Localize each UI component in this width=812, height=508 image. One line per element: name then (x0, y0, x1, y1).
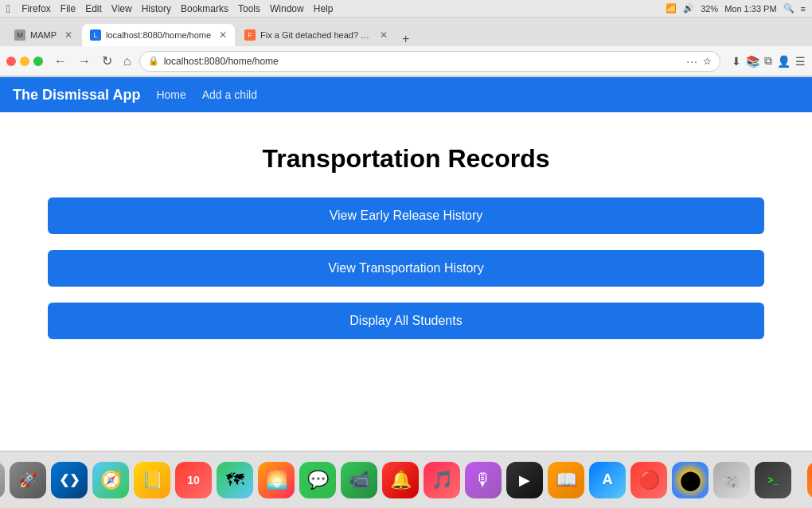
bookmark-star-icon[interactable]: ☆ (703, 56, 712, 67)
dock-appstore-icon[interactable]: A (589, 462, 626, 498)
hamburger-menu-icon[interactable]: ☰ (795, 55, 806, 68)
menu-help[interactable]: Help (314, 3, 334, 14)
clock: Mon 1:33 PM (724, 4, 776, 14)
wifi-icon: 📶 (666, 3, 677, 14)
window-controls (6, 57, 43, 66)
refresh-button[interactable]: ↻ (99, 52, 115, 70)
minimize-window-btn[interactable] (20, 57, 29, 66)
tab2-favicon: L (90, 29, 101, 41)
account-icon[interactable]: 👤 (777, 55, 791, 68)
menu-firefox[interactable]: Firefox (21, 3, 51, 14)
dock-safari-icon[interactable]: 🧭 (92, 462, 129, 498)
tab1-close[interactable]: ✕ (64, 29, 72, 41)
forward-button[interactable]: → (75, 53, 94, 70)
menu-bar: Firefox File Edit View History Bookmarks… (21, 3, 333, 14)
dock-notes-icon[interactable]: 📒 (134, 462, 170, 498)
dock-messages-icon[interactable]: 💬 (299, 462, 336, 498)
app-navbar: The Dismissal App Home Add a child (0, 77, 812, 112)
dock-calendar-icon[interactable]: 10 (175, 462, 212, 498)
title-bar-left:  Firefox File Edit View History Bookmar… (6, 2, 333, 15)
dock-vscode-icon[interactable]: ❮❯ (51, 462, 88, 498)
dock-books-icon[interactable]: 📖 (548, 462, 584, 498)
volume-icon: 🔊 (683, 3, 694, 14)
title-bar:  Firefox File Edit View History Bookmar… (0, 0, 812, 18)
address-options[interactable]: ··· (686, 55, 698, 68)
menu-bookmarks[interactable]: Bookmarks (181, 3, 228, 14)
apple-menu[interactable]:  (6, 2, 10, 15)
back-button[interactable]: ← (51, 53, 70, 70)
tab1-favicon: M (14, 29, 25, 41)
menu-view[interactable]: View (111, 3, 132, 14)
tab2-title: localhost:8080/home/home (106, 30, 211, 40)
menu-edit[interactable]: Edit (85, 3, 102, 14)
battery-label: 32% (701, 4, 718, 14)
dock: 🔵 🚀 🚀 ❮❯ 🧭 📒 10 🗺 🌅 💬 📹 🔔 🎵 🎙 ▶ 📖 A 🔴 ⬤ … (0, 451, 812, 508)
bookmarks-shelf-icon[interactable]: 📚 (746, 55, 759, 68)
search-icon[interactable]: 🔍 (783, 3, 794, 14)
dock-facetime-icon[interactable]: 📹 (341, 462, 377, 498)
tab2-close[interactable]: ✕ (219, 29, 227, 41)
close-window-btn[interactable] (6, 57, 16, 66)
dock-badge-icon[interactable]: 🔴 (630, 462, 667, 498)
browser-tab-1[interactable]: M MAMP ✕ (6, 24, 80, 46)
display-all-students-button[interactable]: Display All Students (48, 303, 764, 339)
tab3-title: Fix a Git detached head? - Sta... (260, 30, 372, 40)
maximize-window-btn[interactable] (33, 57, 43, 66)
dock-maps-icon[interactable]: 🗺 (217, 462, 253, 498)
tab3-favicon: F (244, 29, 256, 41)
menu-window[interactable]: Window (270, 3, 304, 14)
toolbar-right: ⬇ 📚 ⧉ 👤 ☰ (732, 54, 806, 68)
nav-link-add-child[interactable]: Add a child (202, 88, 257, 101)
dock-chrome-icon[interactable]: ⬤ (672, 462, 709, 498)
menu-file[interactable]: File (61, 3, 76, 14)
address-bar[interactable]: 🔒 localhost:8080/home/home ··· ☆ (139, 51, 720, 72)
page-title: Transportation Records (48, 144, 764, 174)
dock-elephant-icon[interactable]: 🐘 (713, 462, 750, 498)
dock-music-icon[interactable]: 🎵 (424, 462, 460, 498)
browser-tab-2[interactable]: L localhost:8080/home/home ✕ (82, 24, 235, 46)
menu-tools[interactable]: Tools (238, 3, 260, 14)
dock-appletv-icon[interactable]: ▶ (506, 462, 543, 498)
dock-photos-icon[interactable]: 🌅 (258, 462, 295, 498)
tab-bar: M MAMP ✕ L localhost:8080/home/home ✕ F … (0, 18, 812, 46)
browser-tab-3[interactable]: F Fix a Git detached head? - Sta... ✕ (236, 24, 396, 46)
dock-notification-icon[interactable]: 🔔 (382, 462, 419, 498)
new-tab-button[interactable]: + (397, 32, 414, 46)
nav-bar: ← → ↻ ⌂ 🔒 localhost:8080/home/home ··· ☆… (0, 46, 812, 76)
app-brand-link[interactable]: The Dismissal App (13, 87, 140, 104)
dock-rocketship-icon[interactable]: 🚀 (10, 462, 46, 498)
tab1-title: MAMP (30, 30, 57, 40)
url-display: localhost:8080/home/home (164, 56, 682, 67)
tab3-close[interactable]: ✕ (380, 29, 388, 41)
menu-history[interactable]: History (142, 3, 171, 14)
home-button[interactable]: ⌂ (120, 53, 135, 70)
view-early-release-button[interactable]: View Early Release History (48, 197, 764, 234)
dock-iterm-icon[interactable]: >_ (755, 462, 791, 498)
browser-chrome: M MAMP ✕ L localhost:8080/home/home ✕ F … (0, 18, 812, 77)
lock-icon: 🔒 (148, 56, 159, 66)
main-content: Transportation Records View Early Releas… (0, 112, 812, 371)
tab-sync-icon[interactable]: ⧉ (764, 54, 772, 68)
nav-link-home[interactable]: Home (156, 88, 185, 101)
control-center-icon[interactable]: ≡ (801, 4, 806, 14)
downloads-icon[interactable]: ⬇ (732, 55, 741, 68)
dock-launchpad-icon[interactable]: 🚀 (0, 462, 5, 498)
dock-firefox-icon[interactable]: 🦊 (807, 462, 812, 498)
title-bar-right: 📶 🔊 32% Mon 1:33 PM 🔍 ≡ (666, 3, 806, 14)
dock-podcasts-icon[interactable]: 🎙 (465, 462, 502, 498)
view-transportation-history-button[interactable]: View Transportation History (48, 250, 764, 287)
